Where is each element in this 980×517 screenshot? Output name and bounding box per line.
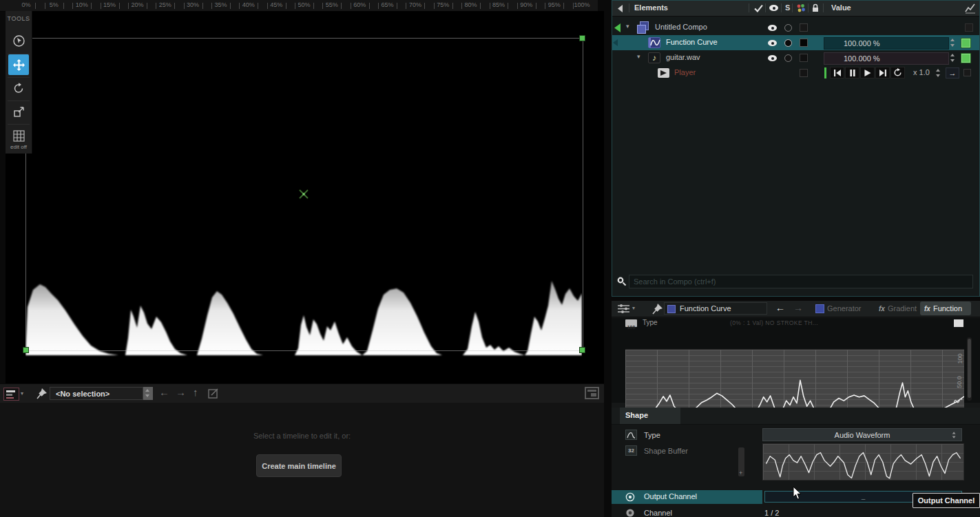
play-button[interactable] (860, 67, 875, 78)
timeline-selection-dropdown[interactable]: <No selection> (50, 387, 143, 400)
tab-function[interactable]: fx Function (920, 302, 971, 315)
selection-handle-bl[interactable] (23, 347, 29, 353)
timeline-toolbar: ▾ <No selection> ← → ↑ (0, 383, 604, 403)
mini-wave-icon (954, 398, 963, 404)
selection-handle-br[interactable] (579, 347, 585, 353)
move-tool-icon (13, 59, 25, 71)
timeline-dropdown-stepper[interactable] (143, 387, 153, 400)
chevron-down-icon[interactable]: ▾ (632, 305, 635, 311)
loop-icon (893, 68, 902, 77)
selection-handle-tr[interactable] (579, 35, 585, 41)
value-stepper[interactable] (949, 52, 957, 63)
solo-toggle[interactable] (784, 54, 792, 62)
curve-type-icon (625, 430, 637, 440)
buffer-icon: 32 (625, 445, 637, 456)
solo-column-icon[interactable]: S (785, 3, 790, 12)
shape-buffer-preview[interactable] (762, 443, 964, 481)
rotate-tool-icon (13, 83, 25, 94)
elements-title: Elements (634, 3, 668, 12)
element-row-function-curve[interactable]: Function Curve 100.000 % (612, 35, 979, 50)
solo-toggle[interactable] (784, 39, 792, 47)
element-row-untitled-compo[interactable]: ▾ Untitled Compo (612, 20, 979, 35)
move-tool-button[interactable] (8, 54, 29, 75)
jump-back-icon[interactable] (614, 23, 621, 32)
element-row-guitar-wav[interactable]: ▾ ♪ guitar.wav 100.000 % (612, 50, 979, 65)
back-arrow-icon[interactable]: ← (159, 386, 169, 398)
solo-toggle[interactable] (784, 24, 792, 32)
select-tool-button[interactable] (8, 30, 29, 51)
rotate-tool-button[interactable] (8, 78, 29, 98)
target-type-icon (667, 305, 676, 313)
up-arrow-icon[interactable]: ↑ (193, 386, 198, 398)
history-back-icon[interactable]: ← (775, 302, 785, 313)
clipped-row-value: (0% : 1 Val) NO STROKE TH... (730, 319, 818, 326)
timeline-hint: Select a timeline to edit it, or: (0, 432, 604, 440)
edit-icon[interactable] (208, 388, 219, 399)
layout-toggle-icon[interactable] (585, 387, 599, 399)
history-forward-icon[interactable]: → (793, 302, 803, 313)
transform-tool-button[interactable] (8, 101, 29, 122)
ruler-tick (397, 3, 397, 9)
create-main-timeline-button[interactable]: Create main timeline (256, 454, 342, 477)
row-end-toggle[interactable] (965, 23, 973, 32)
flag-toggle[interactable] (800, 54, 808, 62)
ruler-tick (517, 3, 518, 9)
buffer-expander[interactable]: + (738, 447, 744, 476)
ruler-label: 55% (326, 1, 338, 8)
visibility-toggle[interactable] (768, 40, 777, 46)
graph-panel-icon[interactable] (965, 3, 976, 14)
timeline-select-icon[interactable] (3, 388, 19, 401)
lock-column-icon[interactable] (811, 3, 820, 13)
skip-start-icon (833, 70, 842, 76)
opacity-value-field[interactable]: 100.000 % (824, 37, 949, 50)
flag-toggle[interactable] (800, 39, 808, 47)
ruler-tick (101, 3, 101, 9)
visibility-column-icon[interactable] (769, 5, 778, 11)
flag-toggle[interactable] (800, 23, 808, 32)
curve-swatch[interactable] (954, 319, 963, 327)
search-input[interactable] (629, 275, 973, 288)
row-end-toggle[interactable] (963, 69, 971, 76)
visibility-toggle[interactable] (768, 55, 777, 61)
ruler-tick (351, 3, 351, 9)
inspector-target-box[interactable]: Function Curve (664, 302, 767, 315)
flag-toggle[interactable] (800, 69, 808, 77)
selection-bounds (25, 38, 583, 351)
ruler-tick (406, 3, 406, 9)
pin-icon[interactable] (36, 388, 48, 400)
playback-speed-value[interactable]: x 1.0 (913, 68, 930, 76)
skip-to-end-button[interactable] (875, 67, 890, 78)
pin-icon[interactable] (651, 303, 663, 315)
visibility-toggle[interactable] (768, 25, 777, 31)
loop-button[interactable] (890, 67, 905, 78)
element-row-player[interactable]: Player (612, 65, 979, 81)
skip-to-start-button[interactable] (830, 67, 844, 78)
palette-column-icon[interactable] (795, 3, 806, 14)
tools-title: TOOLS (6, 15, 32, 22)
keyframe-toggle[interactable] (961, 38, 971, 48)
goto-button[interactable]: → (946, 67, 959, 78)
tab-gradient[interactable]: fx Gradient (875, 302, 917, 315)
keyframe-toggle[interactable] (961, 53, 971, 63)
expand-caret-icon[interactable]: ▾ (626, 23, 629, 30)
ruler-tick (156, 3, 156, 9)
curve-plot-area[interactable]: 100 50.0 (625, 349, 964, 416)
curve-scrollbar[interactable] (967, 337, 972, 401)
speed-stepper[interactable] (935, 67, 942, 78)
grid-tool-button[interactable] (8, 125, 29, 146)
forward-arrow-icon[interactable]: → (176, 386, 186, 398)
ruler-tick (119, 3, 120, 9)
expand-caret-icon[interactable]: ▾ (637, 53, 640, 60)
chevron-down-icon[interactable]: ▾ (21, 390, 23, 397)
enabled-column-icon[interactable] (754, 4, 763, 12)
shape-section-tab[interactable]: Shape (620, 408, 680, 424)
viewport-canvas[interactable] (6, 11, 604, 383)
filter-settings-icon[interactable] (617, 304, 630, 314)
value-stepper[interactable] (949, 37, 957, 48)
type-dropdown[interactable]: Audio Waveform (762, 428, 962, 441)
channel-value[interactable]: 1 / 2 (764, 509, 779, 517)
collapse-panel-icon[interactable] (616, 5, 625, 12)
tab-generator[interactable]: Generator (811, 302, 872, 315)
pause-button[interactable] (845, 67, 859, 78)
volume-value-field[interactable]: 100.000 % (824, 52, 949, 65)
